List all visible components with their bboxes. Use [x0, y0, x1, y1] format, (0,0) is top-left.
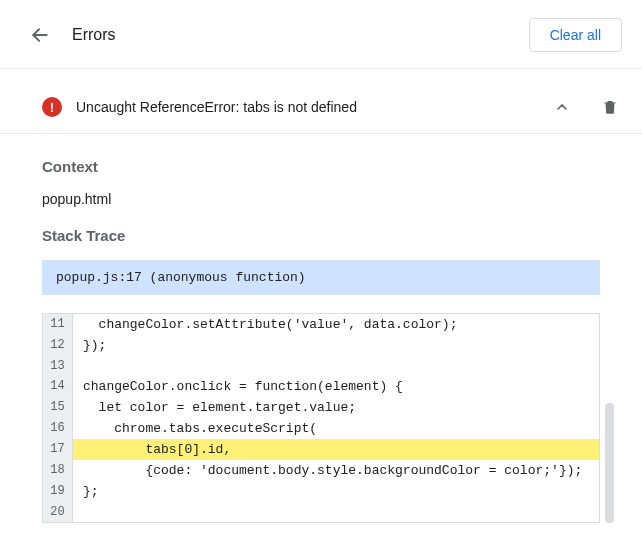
- error-icon: !: [42, 97, 62, 117]
- back-arrow-icon[interactable]: [28, 23, 52, 47]
- code-text: [73, 502, 599, 522]
- code-line: 18 {code: 'document.body.style.backgroun…: [43, 460, 599, 481]
- code-text: let color = element.target.value;: [73, 397, 599, 418]
- code-text: changeColor.setAttribute('value', data.c…: [73, 314, 599, 335]
- code-line: 14changeColor.onclick = function(element…: [43, 376, 599, 397]
- scrollbar[interactable]: [605, 403, 614, 523]
- line-number: 14: [43, 376, 73, 397]
- code-line: 19};: [43, 481, 599, 502]
- line-number: 17: [43, 439, 73, 460]
- code-line: 16 chrome.tabs.executeScript(: [43, 418, 599, 439]
- line-number: 18: [43, 460, 73, 481]
- line-number: 15: [43, 397, 73, 418]
- context-value: popup.html: [42, 191, 600, 207]
- line-number: 13: [43, 356, 73, 376]
- code-text: });: [73, 335, 599, 356]
- header: Errors Clear all: [0, 0, 642, 69]
- error-item[interactable]: ! Uncaught ReferenceError: tabs is not d…: [0, 81, 642, 134]
- code-viewer-wrapper: 11 changeColor.setAttribute('value', dat…: [42, 313, 600, 523]
- trash-icon[interactable]: [598, 95, 622, 119]
- stack-trace-location: popup.js:17 (anonymous function): [42, 260, 600, 295]
- code-line: 11 changeColor.setAttribute('value', dat…: [43, 314, 599, 335]
- code-text: chrome.tabs.executeScript(: [73, 418, 599, 439]
- page-title: Errors: [72, 26, 529, 44]
- line-number: 11: [43, 314, 73, 335]
- code-line: 12});: [43, 335, 599, 356]
- code-line: 13: [43, 356, 599, 376]
- line-number: 12: [43, 335, 73, 356]
- line-number: 20: [43, 502, 73, 522]
- code-viewer: 11 changeColor.setAttribute('value', dat…: [42, 313, 600, 523]
- line-number: 16: [43, 418, 73, 439]
- code-text: tabs[0].id,: [73, 439, 599, 460]
- code-text: {code: 'document.body.style.backgroundCo…: [73, 460, 599, 481]
- code-text: [73, 356, 599, 376]
- code-line: 20: [43, 502, 599, 522]
- clear-all-button[interactable]: Clear all: [529, 18, 622, 52]
- code-text: changeColor.onclick = function(element) …: [73, 376, 599, 397]
- context-heading: Context: [42, 158, 600, 175]
- code-line: 15 let color = element.target.value;: [43, 397, 599, 418]
- stack-trace-heading: Stack Trace: [42, 227, 600, 244]
- code-line: 17 tabs[0].id,: [43, 439, 599, 460]
- error-message: Uncaught ReferenceError: tabs is not def…: [76, 99, 550, 115]
- error-details: Context popup.html Stack Trace popup.js:…: [0, 134, 642, 539]
- line-number: 19: [43, 481, 73, 502]
- code-text: };: [73, 481, 599, 502]
- chevron-up-icon[interactable]: [550, 95, 574, 119]
